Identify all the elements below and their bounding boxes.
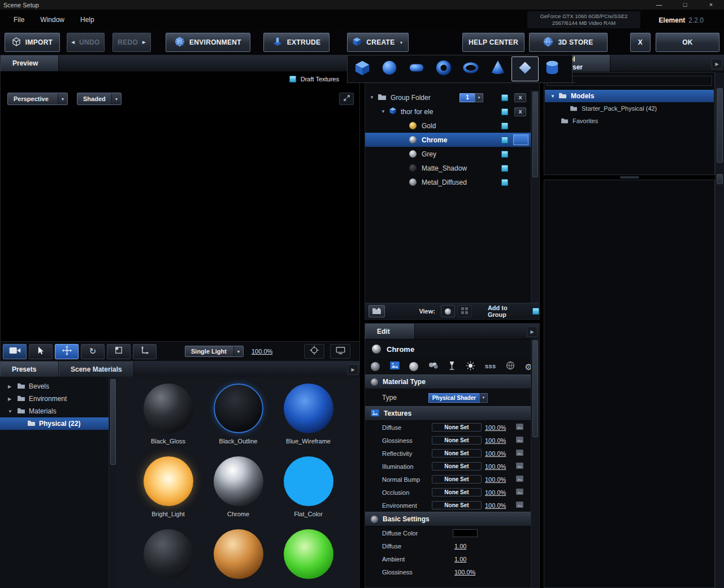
object-visibility-checkbox[interactable] <box>501 108 508 115</box>
texture-percent-link[interactable]: 100.0% <box>485 437 506 444</box>
material-visibility-checkbox[interactable] <box>501 151 508 158</box>
texture-thumb-icon[interactable] <box>516 450 523 457</box>
tree-item-materials[interactable]: ▼ Materials <box>0 405 109 417</box>
expanded-arrow-icon[interactable]: ▼ <box>550 94 557 99</box>
diffuse-value-link[interactable]: 1.00 <box>454 543 466 550</box>
view-list-toggle[interactable] <box>457 305 471 317</box>
tab-scene-materials[interactable]: Scene Materials <box>59 361 134 377</box>
menu-help[interactable]: Help <box>75 15 100 25</box>
camera-mode-dropdown[interactable]: Perspective ▼ <box>7 93 68 105</box>
create-capsule-option[interactable] <box>403 56 430 81</box>
frame-tool-button[interactable] <box>107 344 131 359</box>
texture-thumb-icon[interactable] <box>516 437 523 444</box>
viewport[interactable] <box>1 110 359 342</box>
scene-row-material[interactable]: Grey <box>365 147 531 161</box>
material-sphere-copper[interactable] <box>214 529 263 579</box>
collapsed-arrow-icon[interactable]: ▶ <box>8 397 15 402</box>
undo-button[interactable]: ◀ UNDO <box>67 33 105 52</box>
render-view-button[interactable] <box>330 344 350 359</box>
texture-slot-button[interactable]: None Set <box>432 436 482 445</box>
material-sphere-black-outline[interactable] <box>214 384 263 433</box>
scene-row-group-folder[interactable]: ▼ Group Folder 1 ▼ X <box>365 90 531 104</box>
browser-item-models[interactable]: ▼ Models <box>545 90 714 102</box>
maximize-icon[interactable]: □ <box>672 0 698 10</box>
material-sphere-flat-color[interactable] <box>284 456 333 506</box>
environment-globe-icon[interactable] <box>506 361 515 372</box>
material-visibility-checkbox[interactable] <box>501 123 508 129</box>
group-delete-button[interactable]: X <box>514 93 526 102</box>
group-count-dropdown[interactable]: 1 ▼ <box>459 93 483 102</box>
ambient-value-link[interactable]: 1.00 <box>454 556 466 563</box>
material-sphere-green[interactable] <box>284 529 333 579</box>
texture-slot-button[interactable]: None Set <box>432 462 482 471</box>
texture-percent-link[interactable]: 100.0% <box>485 502 506 509</box>
multi-material-icon[interactable] <box>428 361 439 372</box>
browser-item-favorites[interactable]: Favorites <box>545 115 714 127</box>
material-tile[interactable]: Black_Outline <box>203 384 274 445</box>
scene-row-material-selected[interactable]: Chrome <box>365 133 531 147</box>
material-sphere-bright-light[interactable] <box>144 456 193 506</box>
add-folder-button[interactable] <box>368 305 385 317</box>
presets-scrollbar[interactable] <box>109 377 117 588</box>
material-visibility-checkbox[interactable] <box>501 165 508 172</box>
texture-thumb-icon[interactable] <box>516 502 523 509</box>
material-tile[interactable] <box>133 529 203 588</box>
environment-button[interactable]: ENVIRONMENT <box>166 33 250 52</box>
texture-percent-link[interactable]: 100.0% <box>485 450 506 457</box>
panel-expand-icon[interactable]: ▶ <box>348 364 358 375</box>
object-delete-button[interactable]: X <box>514 107 526 116</box>
browser-scrollbar[interactable] <box>715 72 724 588</box>
close-icon[interactable]: × <box>698 0 724 10</box>
material-visibility-checkbox[interactable] <box>501 179 508 186</box>
cancel-button[interactable]: X <box>630 33 651 52</box>
scene-row-material[interactable]: Gold <box>365 119 531 133</box>
material-icon[interactable] <box>371 362 380 371</box>
texture-slot-button[interactable]: None Set <box>432 423 482 432</box>
material-tile[interactable]: Black_Gloss <box>133 384 203 445</box>
shading-icon[interactable] <box>409 362 418 371</box>
material-tile[interactable] <box>274 529 344 588</box>
texture-percent-link[interactable]: 100.0% <box>485 489 506 496</box>
minimize-icon[interactable]: — <box>646 0 672 10</box>
panel-expand-icon[interactable]: ▶ <box>527 326 537 337</box>
glossiness-value-link[interactable]: 100.0% <box>454 569 475 576</box>
material-tile[interactable]: Bright_Light <box>133 456 203 518</box>
fullscreen-button[interactable] <box>339 93 354 105</box>
expanded-arrow-icon[interactable]: ▼ <box>370 95 376 100</box>
material-tile[interactable]: Flat_Color <box>274 456 344 518</box>
material-sphere-black-gloss[interactable] <box>144 384 193 433</box>
create-torus-option[interactable] <box>457 56 484 81</box>
shading-mode-dropdown[interactable]: Shaded ▼ <box>77 93 122 105</box>
material-sphere-dark[interactable] <box>144 529 193 579</box>
sss-icon[interactable]: SSS <box>485 364 496 369</box>
preview-zoom-link[interactable]: 100.0% <box>252 348 272 355</box>
material-tile[interactable]: Blue_Wireframe <box>274 384 344 445</box>
create-button[interactable]: CREATE ▼ <box>347 33 409 52</box>
expanded-arrow-icon[interactable]: ▼ <box>8 409 15 414</box>
transform-axis-button[interactable] <box>133 344 157 359</box>
texture-percent-link[interactable]: 100.0% <box>485 476 506 483</box>
group-visibility-checkbox[interactable] <box>501 94 508 101</box>
texture-thumb-icon[interactable] <box>516 463 523 470</box>
draft-textures-checkbox[interactable] <box>289 76 296 82</box>
texture-slot-button[interactable]: None Set <box>432 449 482 458</box>
material-visibility-checkbox[interactable] <box>501 137 508 143</box>
camera-tool-button[interactable] <box>3 344 27 359</box>
add-to-group-checkbox[interactable] <box>532 308 539 315</box>
material-tile[interactable]: Chrome <box>203 456 274 518</box>
create-cone-option[interactable] <box>484 56 511 81</box>
texture-slot-button[interactable]: None Set <box>432 488 482 496</box>
texture-thumb-icon[interactable] <box>516 489 523 496</box>
texture-slot-button[interactable]: None Set <box>432 475 482 484</box>
store-button[interactable]: 3D STORE <box>529 33 608 52</box>
tab-edit[interactable]: Edit <box>365 324 415 339</box>
diffuse-color-swatch[interactable] <box>453 529 478 537</box>
tree-item-physical[interactable]: Physical (22) <box>0 417 109 430</box>
lamp-icon[interactable] <box>448 361 456 373</box>
textures-icon[interactable] <box>390 361 400 372</box>
texture-percent-link[interactable]: 100.0% <box>485 424 506 431</box>
edit-scrollbar[interactable] <box>531 339 539 587</box>
tab-preview[interactable]: Preview <box>1 55 59 71</box>
texture-percent-link[interactable]: 100.0% <box>485 463 506 470</box>
select-tool-button[interactable] <box>29 344 53 359</box>
